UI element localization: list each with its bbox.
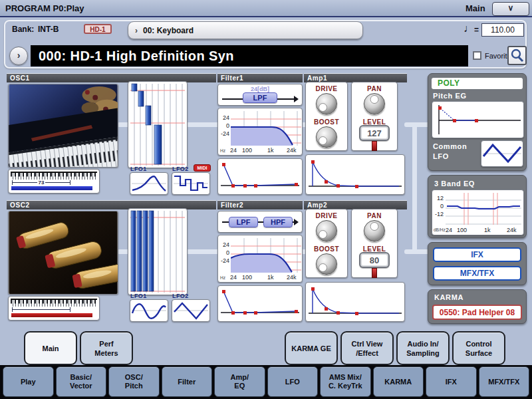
karma-box: KARMA 0550: Pad Helper 08	[428, 289, 527, 324]
page-tab-mfx-tfx[interactable]: MFX/TFX	[479, 366, 530, 397]
page-tab-filter[interactable]: Filter	[162, 366, 213, 397]
tab-label: Vector	[70, 382, 92, 390]
pan-label: PAN	[352, 212, 397, 219]
tab-label: Surface	[466, 348, 492, 358]
osc2-zone-chart	[128, 208, 188, 295]
tab-label: EQ	[234, 382, 245, 390]
page-tab-play[interactable]: Play	[3, 366, 54, 397]
filter1-response-graph: 24 0 -24 Hz 24 100 1k 24k	[217, 108, 303, 156]
page-tab-ifx[interactable]: IFX	[426, 366, 477, 397]
eg-curve	[306, 283, 404, 321]
tab-label: MFX/TFX	[488, 378, 519, 386]
page-selector-label: Main	[466, 3, 485, 13]
bank-label: Bank:	[12, 25, 34, 34]
view-tab-main[interactable]: Main	[24, 331, 77, 365]
drive-label: DRIVE	[306, 212, 347, 219]
eg-curve	[432, 102, 523, 138]
osc1-range-value: 73	[37, 180, 46, 186]
ytick: 0	[433, 203, 444, 209]
category-value: 00: Keyboard	[143, 26, 194, 35]
pitch-eg-display	[432, 101, 524, 138]
amp2-drive-knob[interactable]	[316, 220, 337, 241]
tab-label: Control	[466, 339, 491, 348]
view-tab-audio-in-sampling[interactable]: Audio In/Sampling	[396, 331, 450, 365]
eq-box: 3 Band EQ 12 0 -12 dB/Hz 24 100 1k 24k	[428, 175, 527, 238]
amp2-level-value[interactable]: 80	[359, 252, 390, 268]
bank-value[interactable]: INT-B	[38, 25, 59, 34]
arrow-right-icon	[294, 219, 299, 225]
page-tab-karma[interactable]: KARMA	[373, 366, 424, 397]
wire	[412, 122, 417, 254]
eq-graph: 12 0 -12 dB/Hz 24 100 1k 24k	[432, 190, 524, 235]
lfo-wave	[172, 300, 209, 321]
mini-keyboard-icon	[11, 299, 97, 307]
osc1-range-bar	[11, 186, 92, 190]
amp1-boost-knob[interactable]	[316, 126, 337, 148]
osc1-lfo2-label: LFO2	[172, 166, 189, 172]
chevron-right-icon: ›	[17, 50, 21, 61]
eq-curve	[446, 193, 521, 225]
filter1-slope: 24[dB]	[218, 86, 302, 92]
page-tab-basic-vector[interactable]: Basic/Vector	[56, 366, 107, 397]
page-tab-osc-pitch[interactable]: OSC/Pitch	[108, 366, 160, 397]
zone-bars	[128, 209, 187, 295]
xtick: 1k	[267, 148, 274, 154]
ytick: -24	[219, 258, 229, 264]
tab-label: /Effect	[356, 348, 378, 358]
osc1-zone-chart	[128, 81, 188, 168]
program-name-display[interactable]: 000: HD-1 High Definition Syn	[31, 45, 468, 66]
amp1-pan-knob[interactable]	[364, 93, 385, 114]
tempo-field[interactable]: 110.00	[481, 23, 524, 37]
mfx-tfx-button[interactable]: MFX/TFX	[433, 266, 521, 281]
filter2-type2-button[interactable]: HPF	[263, 217, 293, 227]
drive-label: DRIVE	[306, 85, 347, 92]
tab-label: Play	[21, 378, 36, 386]
osc2-lfo1-display	[130, 299, 168, 322]
program-popup-button[interactable]: ›	[9, 47, 28, 65]
filter1-header: Filter1	[217, 74, 303, 82]
ifx-button[interactable]: IFX	[433, 247, 521, 262]
page-menu-dropdown[interactable]: ∨	[492, 2, 529, 16]
view-tab-ctrl-view-effect[interactable]: Ctrl View/Effect	[340, 331, 394, 365]
grand-piano-image	[9, 84, 118, 167]
eg-curve	[306, 155, 404, 194]
view-tab-perf-meters[interactable]: PerfMeters	[80, 331, 133, 365]
amp2-level-slider[interactable]	[372, 268, 377, 278]
view-tab-control-surface[interactable]: ControlSurface	[452, 331, 505, 365]
favorite-checkbox[interactable]	[473, 51, 481, 60]
amp1-level-value[interactable]: 127	[359, 125, 390, 141]
filter2-response-graph: 24 0 -24 Hz 24 100 1k 24k	[217, 235, 303, 283]
category-select-button[interactable]: ›00: Keyboard	[128, 21, 363, 39]
view-tab-karma-ge[interactable]: KARMA GE	[285, 331, 338, 365]
x-unit: dB/Hz	[434, 227, 446, 232]
engine-badge: HD-1	[84, 24, 112, 34]
filter2-eg-display	[217, 285, 303, 322]
filter1-type-button[interactable]: LPF	[243, 92, 277, 103]
voice-mode-display[interactable]: POLY	[432, 78, 523, 89]
page-tab-lfo[interactable]: LFO	[267, 366, 319, 397]
osc2-lfo2-label: LFO2	[172, 293, 189, 299]
osc1-range-slider[interactable]: 73	[12, 180, 70, 186]
tab-label: Basic/	[70, 373, 92, 382]
page-tab-amp-eq[interactable]: Amp/EQ	[214, 366, 265, 397]
tab-label: Sampling	[406, 348, 440, 358]
xtick: 100	[457, 227, 467, 233]
wire	[186, 249, 219, 254]
common-lfo-label: Common	[433, 142, 467, 150]
tab-label: OSC/	[125, 373, 143, 382]
amp1-drive-knob[interactable]	[316, 93, 337, 114]
amp1-level-slider[interactable]	[372, 141, 377, 151]
wire	[186, 122, 219, 127]
osc2-range-slider[interactable]	[12, 307, 70, 313]
zone-bars	[128, 82, 187, 168]
search-button[interactable]	[507, 46, 527, 65]
filter2-header: Filter2	[217, 201, 303, 209]
amp2-boost-knob[interactable]	[316, 253, 337, 275]
karma-ge-field[interactable]: 0550: Pad Helper 08	[432, 305, 522, 320]
page-tab-ams-mix-keytrk[interactable]: AMS Mix/C. KeyTrk	[320, 366, 371, 397]
knob-indicator	[319, 103, 327, 112]
xtick: 1k	[484, 227, 491, 233]
filter2-type1-button[interactable]: LPF	[229, 217, 258, 227]
amp2-pan-knob[interactable]	[364, 220, 385, 241]
xtick: 24k	[507, 227, 517, 233]
